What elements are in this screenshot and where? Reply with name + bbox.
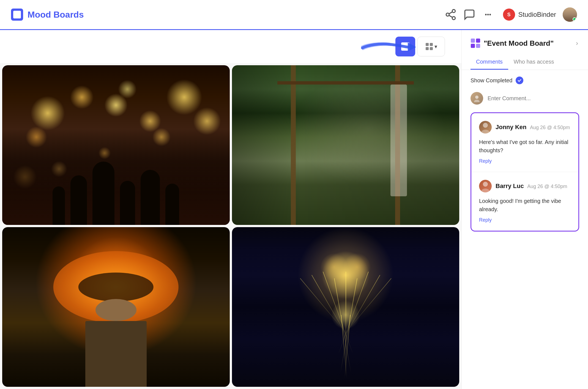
- comment-text-1: Here's what I've got so far. Any initial…: [479, 138, 571, 154]
- svg-point-17: [474, 100, 480, 102]
- comment-author-1: Jonny Ken: [496, 124, 526, 130]
- svg-point-2: [452, 17, 455, 20]
- svg-rect-9: [430, 43, 433, 46]
- comments-panel: "Event Mood Board" › Comments Who has ac…: [461, 30, 588, 389]
- board-icon: [471, 38, 480, 48]
- show-completed-label: Show Completed: [471, 77, 512, 84]
- comment-header: Barry Luc Aug 26 @ 4:50pm: [479, 180, 571, 192]
- comments-highlight-box: Jonny Ken Aug 26 @ 4:50pm Here's what I'…: [471, 112, 579, 232]
- more-options-button[interactable]: •••: [482, 9, 494, 21]
- svg-rect-12: [471, 39, 475, 43]
- comment-timestamp-2: Aug 26 @ 4:50pm: [527, 184, 567, 189]
- svg-rect-13: [476, 39, 480, 43]
- lantern-image: [2, 227, 230, 387]
- comment-text-2: Looking good! I'm getting the vibe alrea…: [479, 197, 571, 213]
- brand-name: StudioBinder: [518, 11, 556, 18]
- svg-rect-11: [430, 47, 433, 50]
- svg-point-20: [483, 182, 488, 187]
- arrow-annotation: [357, 33, 417, 61]
- board-title: "Event Mood Board": [484, 39, 554, 48]
- comment-item: Jonny Ken Aug 26 @ 4:50pm Here's what I'…: [471, 113, 578, 172]
- moodboard-panel: ▾: [0, 30, 461, 389]
- show-completed-row: Show Completed: [471, 77, 579, 84]
- toolbar: ▾: [0, 30, 461, 63]
- svg-point-16: [475, 96, 478, 99]
- svg-line-3: [449, 15, 452, 17]
- svg-point-19: [481, 130, 489, 134]
- svg-rect-15: [476, 44, 480, 48]
- reply-button-2[interactable]: Reply: [479, 217, 492, 223]
- brand-area: S StudioBinder: [503, 9, 556, 21]
- barry-avatar: [479, 180, 492, 192]
- share-button[interactable]: [445, 9, 457, 21]
- panel-collapse-button[interactable]: ›: [575, 38, 579, 48]
- chat-button[interactable]: [463, 9, 475, 21]
- comment-header: Jonny Ken Aug 26 @ 4:50pm: [479, 121, 571, 134]
- tab-comments[interactable]: Comments: [471, 55, 508, 70]
- panel-header: "Event Mood Board" › Comments Who has ac…: [462, 30, 588, 70]
- fireworks-image: [232, 227, 460, 387]
- header-actions: ••• S StudioBinder: [445, 7, 577, 22]
- comment-author-2: Barry Luc: [496, 183, 524, 189]
- comment-input-row: [471, 92, 579, 105]
- svg-point-1: [446, 13, 449, 16]
- svg-point-0: [452, 10, 455, 13]
- tab-who-has-access[interactable]: Who has access: [508, 55, 560, 70]
- pergola-image: [232, 65, 460, 225]
- svg-point-18: [483, 123, 488, 128]
- brand-logo-icon: S: [503, 9, 515, 21]
- svg-rect-10: [426, 47, 429, 50]
- svg-marker-5: [408, 42, 416, 51]
- svg-line-4: [449, 12, 452, 14]
- svg-point-21: [481, 189, 489, 192]
- jonny-avatar: [479, 121, 492, 134]
- svg-rect-8: [426, 43, 429, 46]
- show-completed-checkmark[interactable]: [516, 77, 523, 84]
- app-logo: [11, 9, 23, 21]
- current-user-avatar: [471, 92, 483, 105]
- comment-timestamp-1: Aug 26 @ 4:50pm: [530, 125, 570, 130]
- online-indicator: [573, 17, 576, 21]
- header: Mood Boards ••• S StudioBinder: [0, 0, 588, 30]
- comment-item: Barry Luc Aug 26 @ 4:50pm Looking good! …: [471, 172, 578, 231]
- images-grid: [0, 63, 461, 389]
- reply-button-1[interactable]: Reply: [479, 158, 492, 164]
- avatar[interactable]: [563, 7, 577, 22]
- chevron-down-icon: ▾: [434, 43, 437, 50]
- app-title: Mood Boards: [28, 10, 84, 20]
- main-content: ▾: [0, 30, 588, 389]
- svg-rect-14: [471, 44, 475, 48]
- board-title-row: "Event Mood Board" ›: [471, 38, 579, 48]
- panel-tabs: Comments Who has access: [471, 55, 579, 70]
- comment-input[interactable]: [488, 95, 579, 102]
- sparklers-image: [2, 65, 230, 225]
- panel-body: Show Completed: [462, 70, 588, 389]
- grid-view-button[interactable]: ▾: [417, 37, 445, 56]
